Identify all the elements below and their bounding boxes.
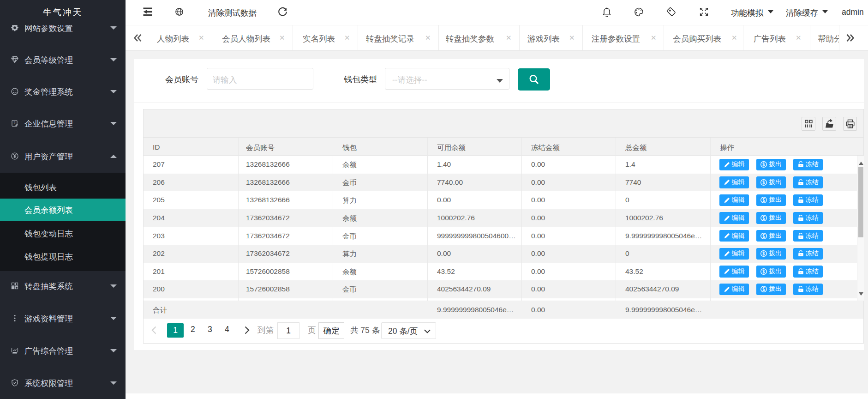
svg-text:?: ?: [13, 121, 16, 125]
